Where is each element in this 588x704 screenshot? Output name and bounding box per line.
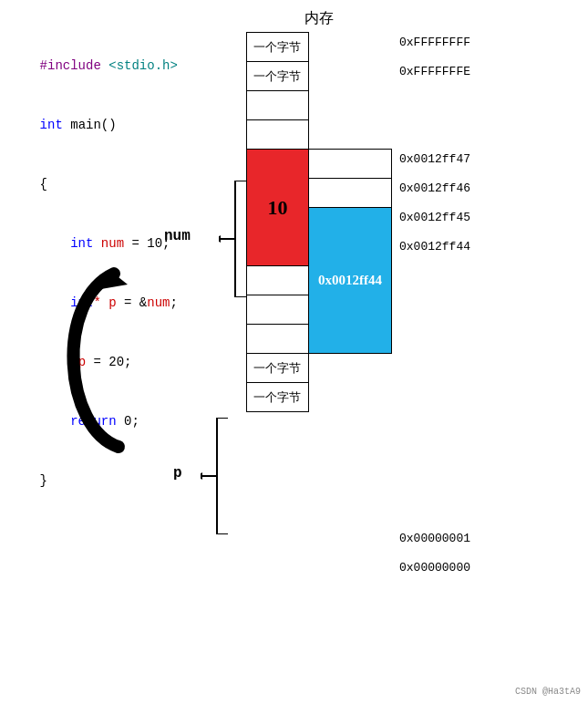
address-row-6: 0x0012ff45 (399, 202, 470, 232)
address-row-17: 0x00000001 (399, 523, 470, 553)
memory-title: 内存 (246, 9, 392, 28)
mem-cell-2 (247, 91, 309, 120)
address-row-15 (399, 465, 470, 494)
address-row-0: 0xFFFFFFFF (399, 27, 470, 57)
mem-cell-0: 一个字节 (247, 33, 309, 62)
include-hash: #include (40, 58, 101, 73)
curved-arrow (46, 228, 228, 474)
mem-cell-3 (247, 120, 309, 150)
mem-cell-8 (308, 150, 391, 179)
mem-cell-17: 一个字节 (247, 354, 309, 383)
address-section: 0xFFFFFFFF0xFFFFFFFE0x0012ff470x0012ff46… (399, 9, 470, 582)
code-brace-close: } (40, 473, 47, 488)
mem-cell-16 (247, 325, 309, 354)
address-row-16 (399, 494, 470, 523)
watermark: CSDN @Ha3tA9 (515, 687, 581, 697)
address-row-4: 0x0012ff47 (399, 144, 470, 173)
mem-cell-10: 0x0012ff44 (308, 208, 391, 354)
mem-cell-4: 10 (247, 150, 309, 266)
address-row-3 (399, 115, 470, 144)
address-row-10 (399, 319, 470, 348)
address-row-1: 0xFFFFFFFE (399, 57, 470, 86)
include-header: <stdio.h> (108, 58, 178, 73)
code-line-1: #include <stdio.h> (9, 36, 178, 96)
address-row-5: 0x0012ff46 (399, 173, 470, 202)
mem-cell-1: 一个字节 (247, 62, 309, 91)
address-row-8 (399, 261, 470, 290)
mem-cell-18: 一个字节 (247, 383, 309, 412)
memory-table: 一个字节一个字节100x0012ff44一个字节一个字节 (246, 32, 392, 412)
address-row-11 (399, 348, 470, 378)
keyword-int: int (40, 118, 63, 132)
code-main: main() (63, 118, 117, 132)
address-row-12 (399, 378, 470, 407)
mem-cell-14 (247, 266, 309, 295)
mem-cell-9 (308, 179, 391, 208)
code-brace-open: { (40, 177, 47, 192)
address-row-7: 0x0012ff44 (399, 232, 470, 261)
code-space (101, 58, 108, 73)
address-row-18: 0x00000000 (399, 553, 470, 582)
mem-cell-15 (247, 295, 309, 325)
address-row-14 (399, 436, 470, 465)
memory-section: 内存 一个字节一个字节100x0012ff44一个字节一个字节 (246, 9, 392, 412)
address-row-2 (399, 86, 470, 115)
code-line-2: int main() (9, 96, 178, 155)
address-row-13 (399, 407, 470, 436)
address-row-9 (399, 290, 470, 319)
code-line-3: { (9, 155, 178, 214)
